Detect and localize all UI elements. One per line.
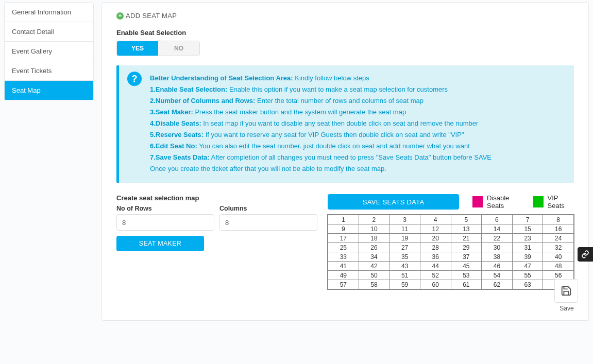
seat-cell[interactable]: 49 bbox=[328, 271, 359, 280]
seat-cell[interactable]: 17 bbox=[328, 234, 359, 243]
seat-grid[interactable]: 1234567891011121314151617181920212223242… bbox=[328, 215, 574, 289]
seat-cell[interactable]: 22 bbox=[482, 234, 513, 243]
info-step: 7.Save Seats Data: After completion of a… bbox=[150, 152, 565, 163]
seat-cell[interactable]: 62 bbox=[482, 280, 513, 289]
seat-cell[interactable]: 45 bbox=[451, 262, 482, 271]
toggle-no[interactable]: NO bbox=[158, 41, 199, 56]
seat-cell[interactable]: 40 bbox=[543, 252, 574, 262]
seat-cell[interactable]: 10 bbox=[359, 224, 389, 234]
sidebar-item-general-information[interactable]: General Information bbox=[5, 3, 93, 22]
seat-cell[interactable]: 9 bbox=[328, 224, 359, 234]
save-seats-button[interactable]: SAVE SEATS DATA bbox=[328, 194, 459, 210]
seat-cell[interactable]: 57 bbox=[328, 280, 359, 289]
seat-cell[interactable]: 24 bbox=[543, 234, 574, 243]
cols-input[interactable] bbox=[219, 214, 317, 231]
main-panel: + ADD SEAT MAP Enable Seat Selection YES… bbox=[101, 2, 589, 321]
sidebar-item-event-gallery[interactable]: Event Gallery bbox=[5, 42, 93, 61]
vip-swatch-icon bbox=[533, 196, 544, 207]
seat-cell[interactable]: 38 bbox=[482, 252, 513, 262]
seat-cell[interactable]: 27 bbox=[389, 243, 420, 252]
seat-cell[interactable]: 20 bbox=[420, 234, 451, 243]
sidebar-item-event-tickets[interactable]: Event Tickets bbox=[5, 61, 93, 81]
seat-cell[interactable]: 3 bbox=[389, 215, 420, 224]
seat-cell[interactable]: 53 bbox=[451, 271, 482, 280]
rows-input[interactable] bbox=[116, 214, 214, 231]
info-step: 3.Seat Maker: Press the seat maker butto… bbox=[150, 107, 565, 118]
enable-seat-label: Enable Seat Selection bbox=[116, 29, 574, 37]
seat-cell[interactable]: 55 bbox=[512, 271, 543, 280]
seat-cell[interactable]: 43 bbox=[389, 262, 420, 271]
link-fab-icon[interactable] bbox=[578, 247, 593, 262]
sidebar-item-seat-map[interactable]: Seat Map bbox=[5, 81, 93, 100]
sidebar: General InformationContact DetailEvent G… bbox=[4, 2, 94, 321]
info-box: ? Better Understanding of Seat Selection… bbox=[116, 65, 574, 183]
seat-cell[interactable]: 54 bbox=[482, 271, 513, 280]
seat-cell[interactable]: 56 bbox=[543, 271, 574, 280]
seat-cell[interactable]: 63 bbox=[512, 280, 543, 289]
info-step: 5.Reserve Seats: If you want to reserve … bbox=[150, 129, 565, 141]
toggle-yes[interactable]: YES bbox=[117, 41, 158, 56]
seat-cell[interactable]: 6 bbox=[482, 215, 513, 224]
seat-cell[interactable]: 26 bbox=[359, 243, 389, 252]
disable-swatch-icon bbox=[472, 196, 483, 207]
seat-cell[interactable]: 19 bbox=[389, 234, 420, 243]
seat-cell[interactable]: 8 bbox=[543, 215, 574, 224]
seat-cell[interactable]: 29 bbox=[451, 243, 482, 252]
seat-cell[interactable]: 16 bbox=[543, 224, 574, 234]
seat-cell[interactable]: 1 bbox=[328, 215, 359, 224]
seat-cell[interactable]: 36 bbox=[420, 252, 451, 262]
save-icon bbox=[561, 285, 572, 297]
seat-cell[interactable]: 58 bbox=[359, 280, 389, 289]
seat-cell[interactable]: 41 bbox=[328, 262, 359, 271]
seat-cell[interactable]: 42 bbox=[359, 262, 389, 271]
info-step: 2.Number of Columns and Rows: Enter the … bbox=[150, 95, 565, 107]
seat-cell[interactable]: 18 bbox=[359, 234, 389, 243]
seat-cell[interactable]: 48 bbox=[543, 262, 574, 271]
legend-disable: Disable Seats bbox=[472, 194, 524, 210]
seat-cell[interactable]: 21 bbox=[451, 234, 482, 243]
seat-cell[interactable]: 12 bbox=[420, 224, 451, 234]
rows-label: No of Rows bbox=[116, 205, 214, 212]
seat-cell[interactable]: 47 bbox=[512, 262, 543, 271]
seat-cell[interactable]: 4 bbox=[420, 215, 451, 224]
panel-header: + ADD SEAT MAP bbox=[116, 12, 574, 20]
seat-cell[interactable]: 13 bbox=[451, 224, 482, 234]
seat-cell[interactable]: 59 bbox=[389, 280, 420, 289]
seat-cell[interactable]: 30 bbox=[482, 243, 513, 252]
seat-cell[interactable]: 60 bbox=[420, 280, 451, 289]
seat-controls: Create seat selection map No of Rows Col… bbox=[116, 194, 317, 251]
seat-cell[interactable]: 37 bbox=[451, 252, 482, 262]
seat-cell[interactable]: 39 bbox=[512, 252, 543, 262]
seat-cell[interactable]: 5 bbox=[451, 215, 482, 224]
create-map-title: Create seat selection map bbox=[116, 194, 317, 202]
seat-cell[interactable]: 44 bbox=[420, 262, 451, 271]
seat-cell[interactable]: 14 bbox=[482, 224, 513, 234]
seat-cell[interactable]: 7 bbox=[512, 215, 543, 224]
seat-cell[interactable]: 61 bbox=[451, 280, 482, 289]
seat-cell[interactable]: 34 bbox=[359, 252, 389, 262]
cols-label: Columns bbox=[219, 205, 317, 212]
save-button[interactable]: Save bbox=[554, 279, 579, 312]
seat-cell[interactable]: 15 bbox=[512, 224, 543, 234]
seat-cell[interactable]: 28 bbox=[420, 243, 451, 252]
seat-cell[interactable]: 32 bbox=[543, 243, 574, 252]
info-step: 1.Enable Seat Selection: Enable this opt… bbox=[150, 84, 565, 95]
sidebar-item-contact-detail[interactable]: Contact Detail bbox=[5, 22, 93, 42]
plus-icon: + bbox=[116, 12, 124, 20]
seat-cell[interactable]: 2 bbox=[359, 215, 389, 224]
seat-cell[interactable]: 23 bbox=[512, 234, 543, 243]
seat-cell[interactable]: 35 bbox=[389, 252, 420, 262]
info-step: 4.Disable Seats: In seat map if you want… bbox=[150, 118, 565, 129]
seat-cell[interactable]: 51 bbox=[389, 271, 420, 280]
seat-cell[interactable]: 31 bbox=[512, 243, 543, 252]
seat-cell[interactable]: 11 bbox=[389, 224, 420, 234]
info-heading: Better Understanding of Seat Selection A… bbox=[150, 73, 565, 84]
seat-cell[interactable]: 33 bbox=[328, 252, 359, 262]
seat-cell[interactable]: 46 bbox=[482, 262, 513, 271]
enable-seat-toggle[interactable]: YES NO bbox=[116, 41, 200, 56]
seat-maker-button[interactable]: SEAT MAKER bbox=[116, 236, 204, 251]
info-footer: Once you create the ticket after that yo… bbox=[150, 163, 565, 175]
seat-cell[interactable]: 50 bbox=[359, 271, 389, 280]
seat-cell[interactable]: 25 bbox=[328, 243, 359, 252]
seat-cell[interactable]: 52 bbox=[420, 271, 451, 280]
